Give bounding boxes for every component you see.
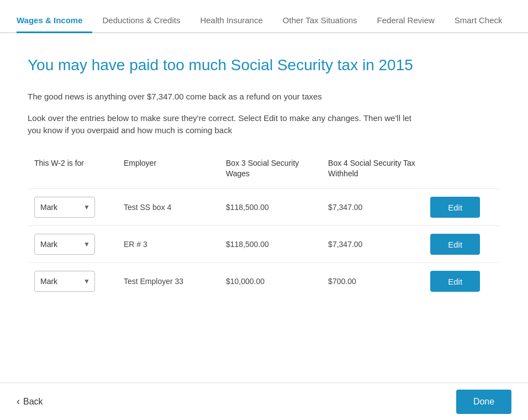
row-2-mark-select[interactable]: MarkJaneJoint <box>35 271 94 291</box>
nav-item-other-tax[interactable]: Other Tax Situations <box>273 15 367 33</box>
row-1-employer: ER # 3 <box>117 226 219 263</box>
col-header-box3: Box 3 Social Security Wages <box>219 154 321 189</box>
row-2-edit-cell: Edit <box>424 263 500 300</box>
row-2-select-cell: MarkJaneJoint▼ <box>28 263 117 300</box>
row-0-edit-cell: Edit <box>424 189 500 226</box>
nav-item-deductions-credits[interactable]: Deductions & Credits <box>92 15 190 33</box>
back-label: Back <box>23 397 43 407</box>
nav-item-smart-check[interactable]: Smart Check <box>445 15 513 33</box>
row-1-edit-button[interactable]: Edit <box>430 234 480 255</box>
description-1: The good news is anything over $7,347.00… <box>28 91 414 103</box>
nav-item-health-insurance[interactable]: Health Insurance <box>190 15 272 33</box>
col-header-action <box>424 154 500 189</box>
nav-item-wages-income[interactable]: Wages & Income <box>17 15 92 33</box>
table-row: MarkJaneJoint▼ER # 3$118,500.00$7,347.00… <box>28 226 500 263</box>
navigation-bar: Wages & Income Deductions & Credits Heal… <box>0 0 528 33</box>
row-2-box4: $700.00 <box>321 263 424 300</box>
back-button[interactable]: ‹ Back <box>17 396 43 407</box>
row-0-employer: Test SS box 4 <box>117 189 219 226</box>
row-2-employer: Test Employer 33 <box>117 263 219 300</box>
entries-table: This W-2 is for Employer Box 3 Social Se… <box>28 154 500 300</box>
row-0-box4: $7,347.00 <box>321 189 424 226</box>
page-title: You may have paid too much Social Securi… <box>28 55 425 75</box>
back-chevron-icon: ‹ <box>17 396 20 407</box>
table-row: MarkJaneJoint▼Test SS box 4$118,500.00$7… <box>28 189 500 226</box>
row-0-mark-select[interactable]: MarkJaneJoint <box>35 197 94 217</box>
col-header-w2: This W-2 is for <box>28 154 117 189</box>
row-0-edit-button[interactable]: Edit <box>430 197 480 218</box>
done-button[interactable]: Done <box>456 390 511 414</box>
row-1-edit-cell: Edit <box>424 226 500 263</box>
nav-item-federal-review[interactable]: Federal Review <box>367 15 445 33</box>
description-2: Look over the entries below to make sure… <box>28 112 414 137</box>
main-content: You may have paid too much Social Securi… <box>0 33 528 322</box>
row-1-select-cell: MarkJaneJoint▼ <box>28 226 117 263</box>
footer: ‹ Back Done <box>0 382 528 420</box>
row-2-edit-button[interactable]: Edit <box>430 271 480 292</box>
row-1-box4: $7,347.00 <box>321 226 424 263</box>
row-1-box3: $118,500.00 <box>219 226 321 263</box>
row-2-box3: $10,000.00 <box>219 263 321 300</box>
row-1-mark-select[interactable]: MarkJaneJoint <box>35 234 94 254</box>
row-0-box3: $118,500.00 <box>219 189 321 226</box>
col-header-employer: Employer <box>117 154 219 189</box>
row-0-select-cell: MarkJaneJoint▼ <box>28 189 117 226</box>
table-row: MarkJaneJoint▼Test Employer 33$10,000.00… <box>28 263 500 300</box>
col-header-box4: Box 4 Social Security Tax Withheld <box>321 154 424 189</box>
